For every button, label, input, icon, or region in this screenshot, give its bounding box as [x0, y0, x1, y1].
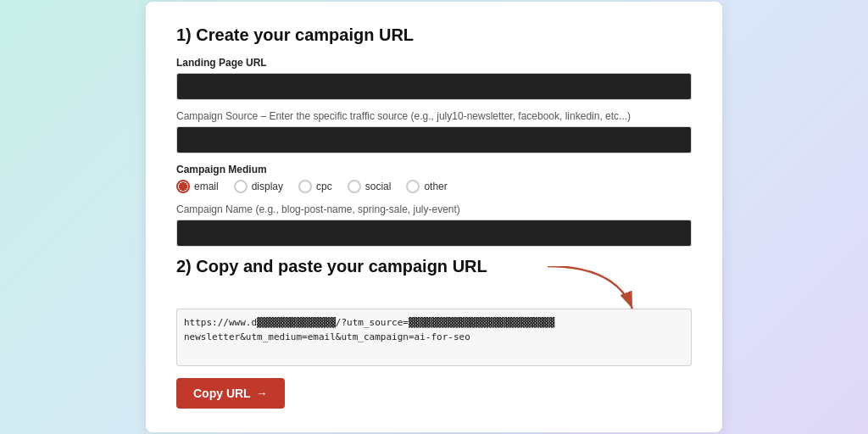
radio-other[interactable]: other [406, 180, 447, 193]
arrow-icon [548, 266, 649, 313]
copy-url-arrow: → [256, 387, 268, 400]
radio-display-label: display [252, 181, 283, 192]
section-1: 1) Create your campaign URL Landing Page… [176, 25, 692, 247]
arrow-container [176, 285, 692, 309]
radio-other-label: other [424, 181, 447, 192]
campaign-medium-options: email display cpc social other [176, 180, 692, 193]
radio-social-label: social [365, 181, 392, 192]
campaign-medium-label: Campaign Medium [176, 164, 692, 175]
copy-url-button[interactable]: Copy URL → [176, 378, 285, 409]
campaign-source-input[interactable] [176, 126, 692, 153]
radio-circle-other [406, 180, 420, 193]
radio-email[interactable]: email [176, 180, 219, 193]
radio-circle-display [234, 180, 248, 193]
landing-page-input[interactable] [176, 73, 692, 100]
copy-url-label: Copy URL [193, 387, 251, 400]
campaign-name-note: (e.g., blog-post-name, spring-sale, july… [255, 203, 459, 215]
radio-cpc[interactable]: cpc [298, 180, 332, 193]
radio-email-label: email [194, 181, 219, 192]
radio-circle-cpc [298, 180, 312, 193]
landing-page-label: Landing Page URL [176, 57, 692, 69]
radio-circle-email [176, 180, 190, 193]
radio-display[interactable]: display [234, 180, 283, 193]
radio-social[interactable]: social [348, 180, 392, 193]
campaign-name-label: Campaign Name (e.g., blog-post-name, spr… [176, 203, 692, 215]
section1-title: 1) Create your campaign URL [176, 25, 692, 45]
radio-cpc-label: cpc [316, 181, 332, 192]
campaign-source-label: Campaign Source – Enter the specific tra… [176, 110, 692, 122]
campaign-name-input[interactable] [176, 220, 692, 247]
campaign-url-output[interactable]: https://www.d▓▓▓▓▓▓▓▓▓▓▓▓▓▓/?utm_source=… [176, 309, 692, 366]
main-card: 1) Create your campaign URL Landing Page… [146, 2, 722, 432]
radio-circle-social [348, 180, 361, 193]
section-2: 2) Copy and paste your campaign URL http… [176, 257, 692, 409]
